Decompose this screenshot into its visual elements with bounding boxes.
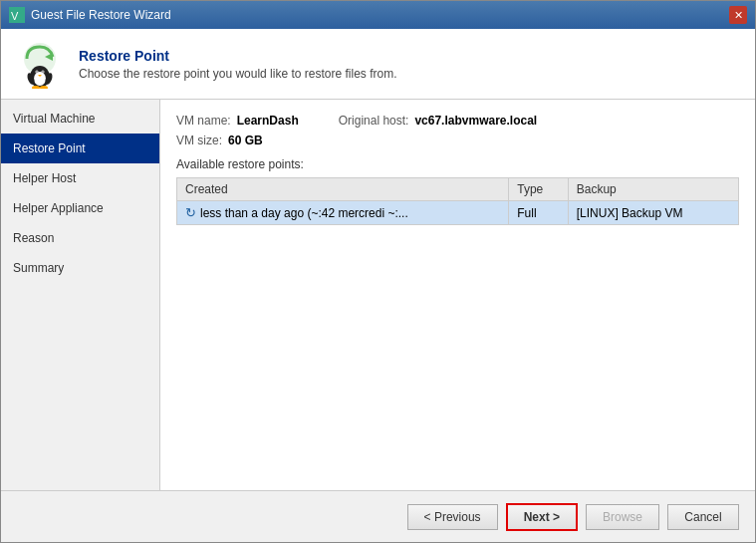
vm-size-pair: VM size: 60 GB <box>176 134 263 147</box>
cell-backup: [LINUX] Backup VM <box>568 201 738 225</box>
original-host-label: Original host: <box>339 114 409 128</box>
svg-point-9 <box>36 71 38 73</box>
body-area: Virtual Machine Restore Point Helper Hos… <box>1 100 755 490</box>
footer: < Previous Next > Browse Cancel <box>1 490 755 542</box>
browse-button[interactable]: Browse <box>586 504 659 530</box>
cell-created: ↻ less than a day ago (~:42 mercredi ~:.… <box>177 201 509 225</box>
vm-size-value: 60 GB <box>228 134 263 147</box>
svg-point-6 <box>34 72 46 86</box>
restore-points-table: Created Type Backup ↻ less than a day ag… <box>176 177 739 225</box>
cancel-button[interactable]: Cancel <box>667 504 739 530</box>
vm-name-value: LearnDash <box>237 114 299 128</box>
content-area: VM name: LearnDash Original host: vc67.l… <box>160 100 755 490</box>
window-title: Guest File Restore Wizard <box>31 8 171 22</box>
vm-size-row: VM size: 60 GB <box>176 134 739 147</box>
sidebar-item-reason[interactable]: Reason <box>1 223 159 253</box>
wizard-header-icon <box>15 39 65 89</box>
restore-point-icon: ↻ <box>185 205 196 220</box>
header-description: Choose the restore point you would like … <box>79 67 397 81</box>
vm-size-label: VM size: <box>176 134 222 147</box>
sidebar-item-restore-point[interactable]: Restore Point <box>1 134 159 163</box>
table-header-row: Created Type Backup <box>177 178 739 201</box>
col-type: Type <box>509 178 569 201</box>
vm-name-label: VM name: <box>176 114 231 128</box>
header-title: Restore Point <box>79 48 397 64</box>
sidebar-item-virtual-machine[interactable]: Virtual Machine <box>1 104 159 134</box>
original-host-value: vc67.labvmware.local <box>414 114 537 128</box>
wizard-window: V Guest File Restore Wizard ✕ <box>0 0 756 543</box>
close-button[interactable]: ✕ <box>729 6 747 24</box>
vm-info-row1: VM name: LearnDash Original host: vc67.l… <box>176 114 739 128</box>
col-backup: Backup <box>568 178 738 201</box>
header-text: Restore Point Choose the restore point y… <box>79 48 397 81</box>
title-bar: V Guest File Restore Wizard ✕ <box>1 1 755 29</box>
header-area: Restore Point Choose the restore point y… <box>1 29 755 100</box>
window-icon: V <box>9 7 25 23</box>
sidebar-item-helper-appliance[interactable]: Helper Appliance <box>1 193 159 223</box>
svg-point-10 <box>42 71 44 73</box>
next-button[interactable]: Next > <box>506 503 578 531</box>
table-row[interactable]: ↻ less than a day ago (~:42 mercredi ~:.… <box>177 201 739 225</box>
created-text: less than a day ago (~:42 mercredi ~:... <box>200 206 408 220</box>
sidebar-item-helper-host[interactable]: Helper Host <box>1 163 159 193</box>
previous-button[interactable]: < Previous <box>407 504 498 530</box>
vm-name-row: VM name: LearnDash <box>176 114 299 128</box>
col-created: Created <box>177 178 509 201</box>
original-host-row: Original host: vc67.labvmware.local <box>339 114 537 128</box>
cell-type: Full <box>509 201 569 225</box>
sidebar: Virtual Machine Restore Point Helper Hos… <box>1 100 160 490</box>
available-restore-points-label: Available restore points: <box>176 157 739 171</box>
sidebar-item-summary[interactable]: Summary <box>1 253 159 283</box>
created-cell-content: ↻ less than a day ago (~:42 mercredi ~:.… <box>185 205 500 220</box>
svg-text:V: V <box>11 10 19 22</box>
title-bar-left: V Guest File Restore Wizard <box>9 7 171 23</box>
